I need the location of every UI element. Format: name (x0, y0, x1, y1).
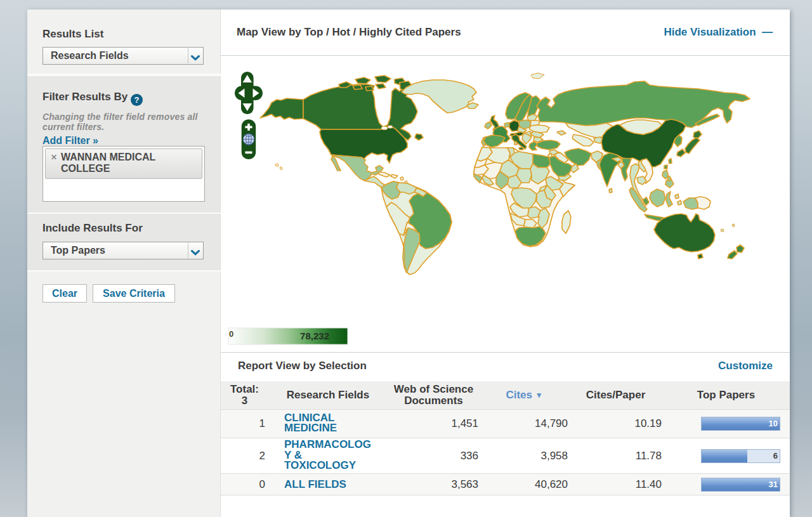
svg-text:0: 0 (229, 329, 233, 339)
svg-text:78,232: 78,232 (300, 330, 329, 341)
